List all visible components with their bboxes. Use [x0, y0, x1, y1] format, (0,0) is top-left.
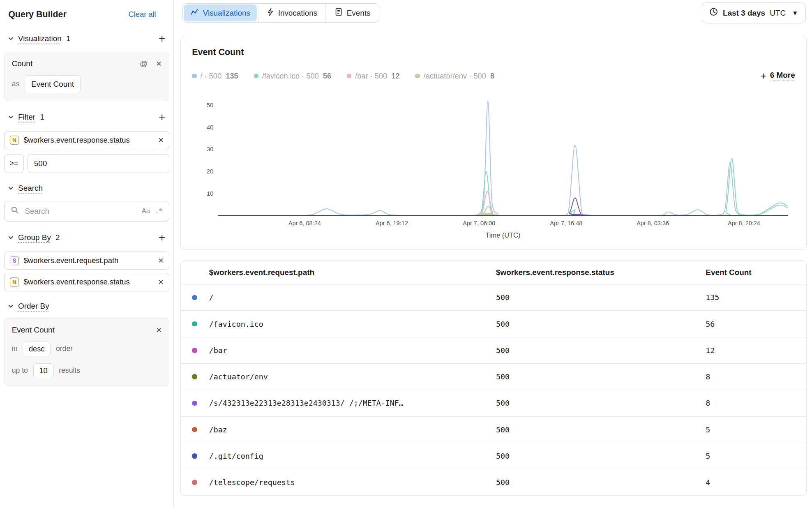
time-range-button[interactable]: Last 3 days UTC ▼: [702, 2, 806, 23]
order-by-section-header: Order By: [0, 296, 173, 316]
add-visualization-button[interactable]: +: [159, 33, 165, 44]
table-row[interactable]: /actuator/env5008: [181, 364, 807, 390]
search-input[interactable]: [24, 206, 137, 216]
tab-invocations[interactable]: Invocations: [258, 4, 326, 23]
order-by-field-label: Event Count: [12, 326, 55, 335]
filter-field-chip[interactable]: N $workers.event.response.status ✕: [4, 131, 169, 150]
tab-label: Events: [347, 9, 371, 18]
group-by-section-label: Group By: [18, 233, 51, 242]
time-range-label: Last 3 days: [723, 9, 765, 18]
tab-visualizations[interactable]: Visualizations: [184, 5, 257, 21]
app-root: Query Builder Clear all Visualization 1 …: [0, 0, 812, 508]
table-row[interactable]: /baz5005: [181, 417, 807, 443]
visualization-card: Count @ ✕ as Event Count: [4, 52, 169, 101]
tab-label: Visualizations: [203, 9, 250, 18]
order-direction-select[interactable]: desc: [23, 342, 51, 357]
table-row[interactable]: /favicon.ico50056: [181, 311, 807, 337]
chevron-down-icon[interactable]: [8, 37, 14, 40]
chart-title: Event Count: [192, 47, 795, 58]
chart-legend: / · 500135/favicon.ico · 50056/bar · 500…: [192, 72, 494, 81]
number-type-icon: N: [10, 136, 19, 145]
more-series-label: 6 More: [770, 71, 795, 81]
visualization-section-header: Visualization 1 +: [0, 28, 173, 50]
order-by-card: Event Count ✕ in desc order up to 10 res…: [4, 318, 169, 386]
visualization-count: 1: [66, 34, 70, 43]
tab-events[interactable]: Events: [325, 4, 378, 23]
chevron-down-icon[interactable]: [8, 236, 14, 239]
lightning-icon: [267, 8, 274, 18]
group-by-field-name: $workers.event.response.status: [24, 277, 130, 286]
remove-visualization-icon[interactable]: ✕: [156, 60, 161, 68]
add-filter-button[interactable]: +: [159, 111, 165, 123]
remove-group-by-icon[interactable]: ✕: [158, 256, 164, 265]
svg-text:Apr 6, 19:12: Apr 6, 19:12: [376, 220, 408, 226]
group-by-chip[interactable]: N $workers.event.response.status ✕: [4, 273, 169, 291]
table-row[interactable]: /s/432313e22313e28313e2430313/_/;/META-I…: [181, 390, 807, 416]
limit-input[interactable]: 10: [33, 363, 54, 379]
visualization-section-label: Visualization: [18, 34, 62, 43]
remove-group-by-icon[interactable]: ✕: [158, 278, 164, 286]
sidebar-header: Query Builder Clear all: [0, 0, 173, 23]
main-area: Visualizations Invocations Events Last 3…: [174, 0, 812, 508]
chart-legend-row: / · 500135/favicon.ico · 50056/bar · 500…: [191, 70, 796, 82]
filter-value-input[interactable]: 500: [28, 154, 170, 173]
search-input-container: Aa .*: [4, 201, 169, 222]
results-table: $workers.event.request.path $workers.eve…: [180, 260, 807, 496]
up-to-label: up to: [12, 366, 28, 375]
chart-card: Event Count / · 500135/favicon.ico · 500…: [180, 36, 807, 250]
chevron-down-icon[interactable]: [8, 115, 14, 119]
legend-item[interactable]: /bar · 50012: [347, 72, 400, 81]
view-tabs: Visualizations Invocations Events: [182, 3, 379, 23]
event-count-chart[interactable]: 1020304050Apr 6, 08:24Apr 6, 19:12Apr 7,…: [191, 86, 796, 245]
filter-count: 1: [40, 113, 44, 122]
topbar: Visualizations Invocations Events Last 3…: [174, 0, 812, 26]
more-series-button[interactable]: + 6 More: [761, 70, 795, 82]
add-group-by-button[interactable]: +: [159, 232, 165, 243]
svg-text:Apr 8, 03:36: Apr 8, 03:36: [637, 220, 669, 226]
aggregate-function-label[interactable]: Count: [12, 59, 32, 68]
svg-text:Apr 8, 20:24: Apr 8, 20:24: [728, 220, 760, 226]
alias-at-icon[interactable]: @: [140, 59, 148, 68]
series-dot-icon: [192, 453, 197, 459]
regex-toggle[interactable]: .*: [155, 207, 163, 215]
line-chart-icon: [190, 8, 198, 18]
filter-condition-row: >= 500: [4, 154, 169, 173]
alias-field[interactable]: Event Count: [25, 75, 81, 93]
group-by-count: 2: [55, 233, 60, 242]
svg-text:Time (UTC): Time (UTC): [485, 231, 520, 239]
series-dot-icon: [192, 401, 197, 406]
series-dot-icon: [192, 480, 197, 485]
legend-dot-icon: [192, 74, 196, 78]
legend-item[interactable]: / · 500135: [192, 72, 238, 81]
timezone-label: UTC: [770, 9, 786, 18]
match-case-toggle[interactable]: Aa: [141, 207, 150, 215]
column-header-status: $workers.event.response.status: [496, 268, 706, 277]
plus-icon: +: [761, 70, 766, 82]
remove-filter-icon[interactable]: ✕: [158, 136, 164, 145]
remove-order-by-icon[interactable]: ✕: [156, 326, 161, 335]
legend-dot-icon: [415, 74, 420, 78]
table-row[interactable]: /telescope/requests5004: [181, 469, 807, 496]
group-by-chip[interactable]: S $workers.event.request.path ✕: [4, 252, 169, 270]
number-type-icon: N: [10, 277, 19, 287]
tab-label: Invocations: [278, 9, 318, 18]
legend-item[interactable]: /favicon.ico · 50056: [254, 72, 332, 81]
legend-dot-icon: [254, 74, 258, 78]
in-label: in: [12, 344, 18, 353]
clear-all-link[interactable]: Clear all: [129, 10, 156, 19]
legend-item[interactable]: /actuator/env · 5008: [415, 72, 494, 81]
chevron-down-icon[interactable]: [8, 305, 14, 308]
group-by-field-name: $workers.event.request.path: [24, 256, 118, 265]
table-row[interactable]: /.git/config5005: [181, 443, 807, 469]
filter-operator-select[interactable]: >=: [4, 154, 24, 173]
series-dot-icon: [192, 348, 197, 353]
chevron-down-icon[interactable]: [8, 187, 14, 190]
table-header-row: $workers.event.request.path $workers.eve…: [181, 261, 807, 284]
search-section-header: Search: [0, 178, 173, 198]
svg-text:50: 50: [207, 102, 213, 109]
table-row[interactable]: /500135: [181, 284, 807, 311]
table-row[interactable]: /bar50012: [181, 337, 807, 364]
svg-text:10: 10: [207, 190, 213, 196]
order-by-section-label: Order By: [18, 302, 49, 311]
string-type-icon: S: [10, 256, 19, 266]
